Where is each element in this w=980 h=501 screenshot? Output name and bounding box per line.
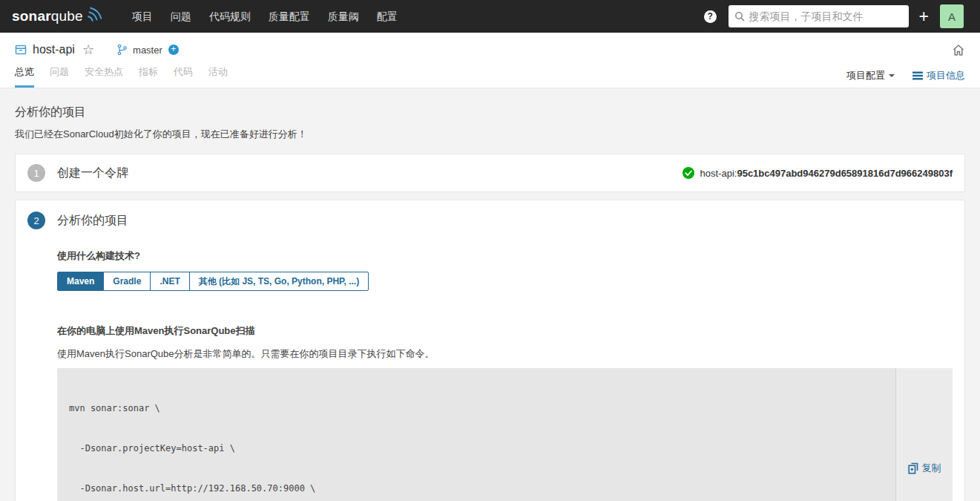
project-name: host-api xyxy=(33,43,75,56)
copy-icon xyxy=(908,462,918,474)
list-icon xyxy=(912,71,923,80)
command-code-block: mvn sonar:sonar \ -Dsonar.projectKey=hos… xyxy=(57,368,895,501)
search-input[interactable] xyxy=(749,10,903,22)
project-tabs: 总览 问题 安全热点 指标 代码 活动 项目配置 项目信息 xyxy=(0,61,980,88)
project-icon xyxy=(15,44,27,56)
tabs-right-actions: 项目配置 项目信息 xyxy=(846,69,965,88)
step2-body: 使用什么构建技术? Maven Gradle .NET 其他 (比如 JS, T… xyxy=(57,249,953,501)
page-subtitle: 我们已经在SonarCloud初始化了你的项目，现在已准备好进行分析！ xyxy=(15,128,965,141)
project-info-label: 项目信息 xyxy=(927,69,965,82)
create-plus-button[interactable]: + xyxy=(919,8,929,25)
build-option-maven[interactable]: Maven xyxy=(57,272,104,291)
nav-item-rules[interactable]: 代码规则 xyxy=(200,0,260,33)
command-snippet: mvn sonar:sonar \ -Dsonar.projectKey=hos… xyxy=(57,368,953,501)
branch-selector: master + xyxy=(116,44,179,56)
project-info-button[interactable]: 项目信息 xyxy=(912,69,965,82)
step2-header: 2 分析你的项目 xyxy=(27,212,953,229)
tab-activity[interactable]: 活动 xyxy=(208,61,228,88)
build-tech-button-group: Maven Gradle .NET 其他 (比如 JS, TS, Go, Pyt… xyxy=(57,272,369,291)
token-result: host-api:95c1bc497abd946279d65891816d7d9… xyxy=(683,167,953,179)
build-tech-question: 使用什么构建技术? xyxy=(57,249,953,263)
code-line: -Dsonar.host.url=http://192.168.50.70:90… xyxy=(69,482,884,495)
step1-card: 1 创建一个令牌 host-api:95c1bc497abd946279d658… xyxy=(15,154,965,192)
scan-heading: 在你的电脑上使用Maven执行SonarQube扫描 xyxy=(57,324,953,338)
sonarqube-logo[interactable]: sonarqube xyxy=(12,7,104,26)
project-header: host-api ☆ master + xyxy=(0,33,980,61)
help-icon[interactable]: ? xyxy=(704,10,717,23)
nav-item-quality-profiles[interactable]: 质量配置 xyxy=(260,0,319,33)
main-nav-menu: 项目 问题 代码规则 质量配置 质量阈 配置 xyxy=(123,0,407,33)
page-title: 分析你的项目 xyxy=(15,105,965,120)
branch-icon xyxy=(116,44,128,56)
step1-number-badge: 1 xyxy=(27,164,45,182)
step2-card: 2 分析你的项目 使用什么构建技术? Maven Gradle .NET 其他 … xyxy=(15,200,965,501)
navbar-right: ? + A xyxy=(704,4,964,28)
tab-issues[interactable]: 问题 xyxy=(50,61,69,88)
code-line: mvn sonar:sonar \ xyxy=(69,402,884,415)
project-config-dropdown[interactable]: 项目配置 xyxy=(846,69,895,82)
build-option-dotnet[interactable]: .NET xyxy=(150,272,189,291)
home-icon[interactable] xyxy=(952,44,965,56)
chevron-down-icon xyxy=(889,74,895,77)
check-circle-icon xyxy=(683,167,694,179)
scan-intro: 使用Maven执行SonarQube分析是非常简单的。只需要在你的项目目录下执行… xyxy=(57,347,953,361)
copy-label: 复制 xyxy=(922,462,941,475)
tab-overview[interactable]: 总览 xyxy=(15,61,34,88)
code-line: -Dsonar.projectKey=host-api \ xyxy=(69,442,884,455)
global-search-box xyxy=(729,5,909,27)
build-option-gradle[interactable]: Gradle xyxy=(103,272,151,291)
step2-number-badge: 2 xyxy=(27,212,45,229)
copy-cell: 复制 xyxy=(895,368,953,501)
top-navbar: sonarqube 项目 问题 代码规则 质量配置 质量阈 配置 ? + A xyxy=(0,0,980,33)
onboarding-content: 分析你的项目 我们已经在SonarCloud初始化了你的项目，现在已准备好进行分… xyxy=(0,88,980,501)
step2-title: 分析你的项目 xyxy=(57,213,128,229)
branch-name: master xyxy=(133,45,162,56)
favorite-star-icon[interactable]: ☆ xyxy=(82,43,94,56)
user-avatar[interactable]: A xyxy=(940,4,964,28)
project-config-label: 项目配置 xyxy=(846,69,885,82)
copy-button[interactable]: 复制 xyxy=(908,462,941,475)
nav-item-issues[interactable]: 问题 xyxy=(162,0,200,33)
nav-item-projects[interactable]: 项目 xyxy=(123,0,162,33)
branch-plus-icon[interactable]: + xyxy=(168,45,179,55)
build-option-other[interactable]: 其他 (比如 JS, TS, Go, Python, PHP, ...) xyxy=(189,272,369,291)
nav-item-quality-gates[interactable]: 质量阈 xyxy=(319,0,368,33)
sonar-waves-icon xyxy=(85,5,104,24)
search-icon xyxy=(734,11,745,22)
sonarqube-logo-text: sonarqube xyxy=(12,7,83,26)
step1-title: 创建一个令牌 xyxy=(57,166,128,181)
token-text: host-api:95c1bc497abd946279d65891816d7d9… xyxy=(700,168,953,179)
nav-item-administration[interactable]: 配置 xyxy=(368,0,407,33)
tab-security-hotspots[interactable]: 安全热点 xyxy=(85,61,123,88)
tab-code[interactable]: 代码 xyxy=(174,61,193,88)
tab-measures[interactable]: 指标 xyxy=(139,61,158,88)
